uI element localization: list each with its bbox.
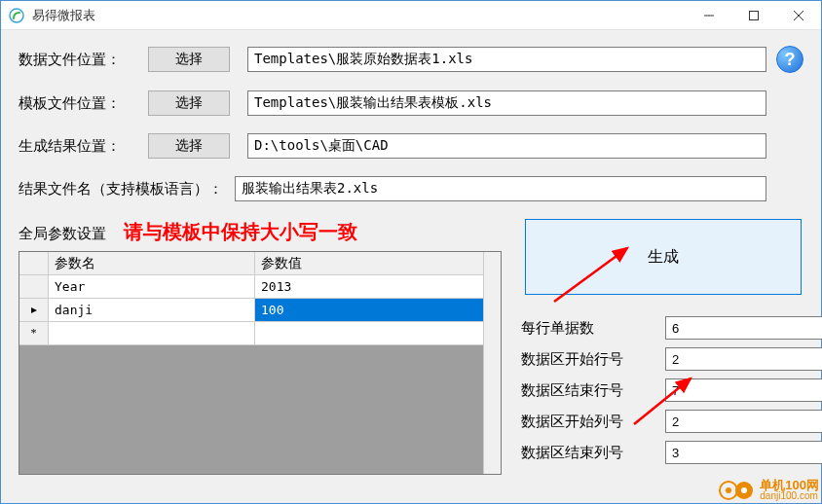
input-data-start-col[interactable] xyxy=(665,410,822,433)
table-row-new[interactable]: * xyxy=(19,322,483,345)
row-data-file: 数据文件位置： 选择 ? xyxy=(19,46,803,73)
line-data-start-col: 数据区开始列号 ▲▼ xyxy=(521,410,803,433)
select-data-file-button[interactable]: 选择 xyxy=(148,47,230,72)
data-file-input[interactable] xyxy=(247,47,766,72)
svg-point-10 xyxy=(741,487,747,493)
spinner-data-end-row: ▲▼ xyxy=(665,378,794,402)
grid-corner xyxy=(19,252,49,275)
label-per-row-docs: 每行单据数 xyxy=(521,319,665,338)
label-data-file: 数据文件位置： xyxy=(19,51,121,69)
row-output-location: 生成结果位置： 选择 xyxy=(19,133,803,159)
svg-rect-2 xyxy=(750,11,759,19)
grid-empty-area xyxy=(19,345,483,474)
window-title: 易得微报表 xyxy=(32,7,687,24)
col-header-name: 参数名 xyxy=(49,252,255,275)
label-output-filename: 结果文件名（支持模板语言）： xyxy=(19,180,223,198)
cell-param-name[interactable]: danji xyxy=(49,299,255,322)
input-data-end-col[interactable] xyxy=(665,441,822,464)
label-data-start-row: 数据区开始行号 xyxy=(521,350,665,369)
grid-inner: 参数名 参数值 Year 2013 ▸ danji 100 xyxy=(19,252,483,474)
select-output-location-button[interactable]: 选择 xyxy=(148,133,230,159)
output-filename-input[interactable] xyxy=(235,176,766,201)
lower-area: 全局参数设置 请与模板中保持大小写一致 参数名 参数值 Year 201 xyxy=(19,219,803,475)
label-template-file: 模板文件位置： xyxy=(19,94,121,113)
svg-point-8 xyxy=(726,487,731,493)
close-button[interactable] xyxy=(776,1,821,30)
cell-param-value[interactable]: 100 xyxy=(255,299,483,322)
app-icon xyxy=(9,8,24,23)
svg-point-0 xyxy=(10,9,23,22)
right-column: 生成 每行单据数 ▲▼ 数据区开始行号 ▲▼ 数据区结束行号 xyxy=(521,219,803,475)
app-window: 易得微报表 数据文件位置： 选择 ? 模板文件位置： 选择 生成结果位置： 选择 xyxy=(0,0,822,504)
select-template-file-button[interactable]: 选择 xyxy=(148,90,230,116)
row-template-file: 模板文件位置： 选择 xyxy=(19,90,803,116)
output-location-input[interactable] xyxy=(247,133,766,159)
row-output-filename: 结果文件名（支持模板语言）： xyxy=(19,176,803,201)
line-data-start-row: 数据区开始行号 ▲▼ xyxy=(521,347,803,371)
cell-param-name[interactable] xyxy=(49,322,255,345)
table-row[interactable]: Year 2013 xyxy=(19,275,483,299)
watermark-text: 单机100网 danji100.com xyxy=(760,479,819,501)
row-indicator xyxy=(19,275,49,299)
label-data-start-col: 数据区开始列号 xyxy=(521,413,665,431)
line-data-end-row: 数据区结束行号 ▲▼ xyxy=(521,378,803,402)
params-grid[interactable]: 参数名 参数值 Year 2013 ▸ danji 100 xyxy=(19,251,502,475)
label-global-params: 全局参数设置 xyxy=(19,225,106,243)
label-data-end-row: 数据区结束行号 xyxy=(521,381,665,400)
line-per-row-docs: 每行单据数 ▲▼ xyxy=(521,316,803,340)
col-header-value: 参数值 xyxy=(255,252,483,275)
input-data-start-row[interactable] xyxy=(665,347,822,371)
watermark-domain: danji100.com xyxy=(760,491,819,501)
spinner-data-start-row: ▲▼ xyxy=(665,347,794,371)
maximize-button[interactable] xyxy=(731,1,776,30)
left-column: 全局参数设置 请与模板中保持大小写一致 参数名 参数值 Year 201 xyxy=(19,219,502,475)
help-icon[interactable]: ? xyxy=(776,46,803,73)
template-file-input[interactable] xyxy=(247,90,766,116)
content-area: 数据文件位置： 选择 ? 模板文件位置： 选择 生成结果位置： 选择 结果文件名… xyxy=(1,30,821,503)
row-indicator-current: ▸ xyxy=(19,299,49,322)
watermark: 单机100网 danji100.com xyxy=(719,479,819,501)
spinner-per-row-docs: ▲▼ xyxy=(665,316,794,340)
input-per-row-docs[interactable] xyxy=(665,316,822,340)
grid-scrollbar[interactable] xyxy=(483,252,501,474)
input-data-end-row[interactable] xyxy=(665,378,822,402)
cell-param-value[interactable]: 2013 xyxy=(255,275,483,299)
row-indicator-new: * xyxy=(19,322,49,345)
watermark-logo-icon xyxy=(719,480,754,501)
label-case-warning: 请与模板中保持大小写一致 xyxy=(124,219,357,245)
label-output-location: 生成结果位置： xyxy=(19,137,121,156)
title-bar: 易得微报表 xyxy=(1,1,821,30)
line-data-end-col: 数据区结束列号 ▲▼ xyxy=(521,441,803,464)
spinner-data-end-col: ▲▼ xyxy=(665,441,794,464)
grid-header-row: 参数名 参数值 xyxy=(19,252,483,275)
table-row[interactable]: ▸ danji 100 xyxy=(19,299,483,322)
params-header: 全局参数设置 请与模板中保持大小写一致 xyxy=(19,219,502,245)
minimize-button[interactable] xyxy=(687,1,731,30)
generate-button[interactable]: 生成 xyxy=(525,219,802,295)
label-data-end-col: 数据区结束列号 xyxy=(521,444,665,462)
cell-param-name[interactable]: Year xyxy=(49,275,255,299)
cell-param-value[interactable] xyxy=(255,322,483,345)
spinner-data-start-col: ▲▼ xyxy=(665,410,794,433)
